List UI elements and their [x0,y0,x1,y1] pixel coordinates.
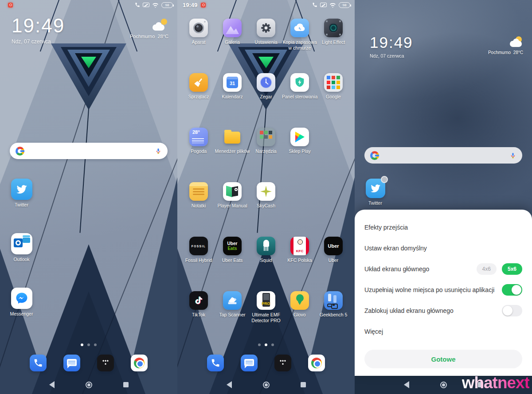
remove-badge-icon[interactable] [381,176,388,183]
app-panel-sterowania[interactable]: Panel sterowania [283,73,317,100]
app-player-manual[interactable]: Player Manual [215,182,249,209]
app-skycash[interactable]: SkyCash [249,182,283,209]
app-light-effect[interactable]: Light Effect [317,19,350,51]
recents-button[interactable] [123,382,129,387]
app-menedzer-plikow[interactable]: Menedżer plików [215,128,249,154]
app-tiktok[interactable]: TikTok [182,291,215,323]
app-fossil-hybrid[interactable]: FOSSIL Fossil Hybrid [182,237,215,263]
cloudy-sun-icon [509,36,523,47]
app-pogoda[interactable]: 28° Pogoda [182,128,215,154]
call-status-icon [312,2,317,8]
home-button[interactable] [263,382,270,388]
home-button[interactable] [440,382,447,388]
app-twitter[interactable]: Twitter [5,179,38,208]
cloud-backup-icon [290,19,309,37]
weather-widget[interactable]: Pochmurno 28°C [488,36,523,55]
status-time: 19:49 [183,2,197,8]
clock-date: Ndz, 07 czerwca [370,53,413,59]
settings-row-default-screen[interactable]: Ustaw ekran domyślny [355,238,532,258]
app-notatki[interactable]: Notatki [182,182,215,209]
messages-dock-icon[interactable] [63,355,80,371]
home-button[interactable] [86,382,92,388]
messages-dock-icon[interactable] [241,355,258,371]
google-search-bar[interactable] [364,147,522,164]
weather-widget[interactable]: Pochmurno 28°C [130,19,168,39]
vpn-status-icon [143,3,149,7]
app-ustawienia[interactable]: Ustawienia [249,19,283,51]
clock-widget[interactable]: 19:49 Ndz, 07 czerwca [370,35,413,59]
done-button[interactable]: Gotowe [364,350,522,368]
chrome-dock-icon[interactable] [131,355,148,371]
app-label: Menedżer plików [214,148,250,154]
app-label: Sprzątacz [180,94,217,100]
app-outlook[interactable]: Outlook [5,233,38,262]
page-dot [258,343,261,346]
google-search-bar[interactable] [10,143,168,159]
app-label: KFC Polska [282,257,318,263]
app-geekbench[interactable]: Geekbench 5 [317,291,350,323]
google-g-icon [16,147,24,156]
layout-option-4x6[interactable]: 4x6 [477,263,497,275]
phone-dock-icon[interactable] [207,355,224,371]
settings-row-transition-effects[interactable]: Efekty przejścia [355,217,532,238]
skycash-star-icon [257,182,275,201]
app-zegar[interactable]: Zegar [249,73,283,100]
toggle-knob [503,306,512,316]
app-label: Fossil Hybrid [180,257,217,263]
app-kalendarz[interactable]: 31 Kalendarz [215,73,249,100]
back-button[interactable] [404,381,409,388]
app-sprzatacz[interactable]: Sprzątacz [182,73,215,100]
app-kopia-zapasowa[interactable]: Kopia zapasowa w chmurze [283,19,317,51]
page-dot [81,343,83,346]
mic-icon[interactable] [509,152,516,160]
tidal-dock-icon[interactable] [274,355,291,371]
app-ultimate-emf[interactable]: PRO Ultimate EMF Detector PRO [249,291,283,323]
app-twitter[interactable]: Twitter [359,179,391,206]
vpn-status-icon [320,3,327,7]
app-label: Aparat [180,39,217,45]
app-squid[interactable]: Squid [249,237,283,263]
app-galeria[interactable]: Galeria [215,19,249,51]
app-uber-eats[interactable]: UberEats Uber Eats [215,237,249,263]
back-button[interactable] [227,381,232,388]
app-aparat[interactable]: Aparat [182,19,215,51]
app-messenger[interactable]: Messenger [5,288,38,317]
app-uber[interactable]: Uber Uber [317,237,350,263]
app-tap-scanner[interactable]: Tap Scanner [215,291,249,323]
mic-icon[interactable] [155,147,162,155]
app-kfc-polska[interactable]: KFC KFC Polska [283,237,317,263]
tidal-dock-icon[interactable] [97,355,114,371]
weather-temp: 28°C [157,34,168,39]
phone-dock-icon[interactable] [30,355,47,371]
folder-narzedzia[interactable]: Narzędzia [249,128,283,154]
uber-eats-icon: UberEats [223,237,242,255]
app-label: Twitter [357,200,394,206]
layout-option-5x6[interactable]: 5x6 [502,263,522,275]
app-label: Kalendarz [214,94,250,100]
page-indicator [0,343,177,346]
app-label: SkyCash [248,203,284,209]
back-button[interactable] [49,381,55,388]
light-effect-icon [324,19,343,37]
cloudy-sun-icon [152,19,168,31]
app-grid-row: FOSSIL Fossil Hybrid UberEats Uber Eats … [182,237,350,263]
settings-row-more[interactable]: Więcej [355,321,532,342]
folder-google[interactable]: Google [317,73,350,100]
app-sklep-play[interactable]: Sklep Play [283,128,317,154]
chrome-dock-icon[interactable] [308,355,325,371]
clock-widget[interactable]: 19:49 Ndz, 07 czerwca [12,16,65,45]
settings-row-fill-empty-cells: Uzupełniaj wolne miejsca po usunięciu ap… [355,279,532,300]
app-label: Google [315,94,352,100]
app-grid-row: TikTok Tap Scanner PRO Ultimate EMF Dete… [182,291,350,323]
twitter-icon [366,179,385,198]
screenshot-root: 98 19:49 Ndz, 07 czerwca Pochmurno 28°C … [0,0,532,394]
battery-icon: 98 [161,2,173,8]
app-glovo[interactable]: Glovo [283,291,317,323]
app-label: Uber [315,257,352,263]
fill-empty-cells-toggle[interactable] [502,284,522,296]
settings-row-label: Zablokuj układ ekranu głównego [364,307,454,314]
lock-layout-toggle[interactable] [502,305,522,316]
uber-icon: Uber [324,237,343,255]
recents-button[interactable] [301,382,306,387]
settings-row-label: Efekty przejścia [364,224,408,231]
